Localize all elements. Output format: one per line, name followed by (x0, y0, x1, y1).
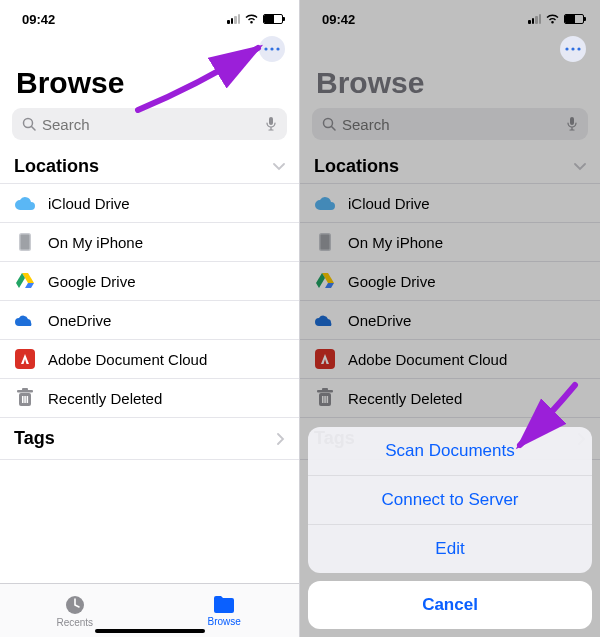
svg-point-18 (577, 47, 580, 50)
row-label: iCloud Drive (348, 195, 430, 212)
action-cancel[interactable]: Cancel (308, 581, 592, 629)
row-label: Adobe Document Cloud (348, 351, 507, 368)
ellipsis-icon (565, 47, 581, 51)
page-title: Browse (300, 66, 600, 108)
battery-icon (564, 14, 584, 24)
location-row-iphone[interactable]: On My iPhone (300, 223, 600, 262)
wifi-icon (244, 14, 259, 25)
device-icon (14, 231, 36, 253)
svg-rect-27 (322, 388, 328, 391)
svg-rect-29 (324, 396, 326, 403)
wifi-icon (545, 14, 560, 25)
onedrive-icon (14, 309, 36, 331)
location-row-icloud[interactable]: iCloud Drive (0, 184, 299, 223)
row-label: iCloud Drive (48, 195, 130, 212)
chevron-right-icon (277, 433, 285, 445)
cloud-icon (314, 192, 336, 214)
status-indicators (528, 14, 584, 25)
location-row-iphone[interactable]: On My iPhone (0, 223, 299, 262)
location-row-gdrive[interactable]: Google Drive (0, 262, 299, 301)
adobe-icon (14, 348, 36, 370)
svg-rect-14 (27, 396, 29, 403)
status-time: 09:42 (322, 12, 355, 27)
action-connect-server[interactable]: Connect to Server (308, 476, 592, 525)
svg-point-2 (276, 47, 279, 50)
svg-rect-23 (321, 235, 330, 250)
gdrive-icon (14, 270, 36, 292)
svg-rect-21 (570, 117, 574, 125)
location-row-trash[interactable]: Recently Deleted (0, 379, 299, 418)
status-time: 09:42 (22, 12, 55, 27)
folder-icon (212, 595, 236, 615)
page-title: Browse (0, 66, 299, 108)
status-bar: 09:42 (0, 0, 299, 32)
action-edit[interactable]: Edit (308, 525, 592, 573)
mic-icon (265, 116, 277, 132)
action-scan-documents[interactable]: Scan Documents (308, 427, 592, 476)
svg-point-0 (264, 47, 267, 50)
location-row-trash[interactable]: Recently Deleted (300, 379, 600, 418)
location-row-onedrive[interactable]: OneDrive (300, 301, 600, 340)
tags-label: Tags (14, 428, 55, 449)
location-row-onedrive[interactable]: OneDrive (0, 301, 299, 340)
svg-point-1 (270, 47, 273, 50)
location-row-adobe[interactable]: Adobe Document Cloud (0, 340, 299, 379)
svg-point-16 (565, 47, 568, 50)
svg-rect-5 (269, 117, 273, 125)
onedrive-icon (314, 309, 336, 331)
row-label: Recently Deleted (48, 390, 162, 407)
location-row-adobe[interactable]: Adobe Document Cloud (300, 340, 600, 379)
row-label: Recently Deleted (348, 390, 462, 407)
row-label: On My iPhone (48, 234, 143, 251)
locations-label: Locations (14, 156, 99, 177)
svg-rect-12 (22, 396, 24, 403)
phone-browse-normal: 09:42 Browse Locations iCloud (0, 0, 300, 637)
row-label: Google Drive (348, 273, 436, 290)
svg-line-20 (332, 127, 336, 131)
trash-icon (14, 387, 36, 409)
locations-header[interactable]: Locations (0, 150, 299, 184)
svg-rect-7 (21, 235, 30, 250)
svg-point-17 (571, 47, 574, 50)
phone-browse-actionsheet: 09:42 Browse Locations iCloud (300, 0, 600, 637)
search-icon (22, 117, 36, 131)
search-field[interactable] (12, 108, 287, 140)
status-bar: 09:42 (300, 0, 600, 32)
gdrive-icon (314, 270, 336, 292)
tab-label: Recents (56, 617, 93, 628)
signal-icon (227, 14, 240, 24)
battery-icon (263, 14, 283, 24)
locations-header[interactable]: Locations (300, 150, 600, 184)
signal-icon (528, 14, 541, 24)
svg-rect-11 (22, 388, 28, 391)
clock-icon (64, 594, 86, 616)
tab-label: Browse (208, 616, 241, 627)
more-button[interactable] (259, 36, 285, 62)
cloud-icon (14, 192, 36, 214)
more-button[interactable] (560, 36, 586, 62)
chevron-down-icon (273, 163, 285, 171)
mic-icon (566, 116, 578, 132)
svg-rect-28 (322, 396, 324, 403)
row-label: Google Drive (48, 273, 136, 290)
row-label: Adobe Document Cloud (48, 351, 207, 368)
svg-line-4 (32, 127, 36, 131)
search-input[interactable] (42, 116, 259, 133)
row-label: OneDrive (348, 312, 411, 329)
svg-rect-30 (327, 396, 329, 403)
location-row-gdrive[interactable]: Google Drive (300, 262, 600, 301)
search-input[interactable] (342, 116, 560, 133)
tags-header[interactable]: Tags (0, 418, 299, 460)
locations-label: Locations (314, 156, 399, 177)
trash-icon (314, 387, 336, 409)
search-icon (322, 117, 336, 131)
home-indicator (95, 629, 205, 633)
action-sheet: Scan Documents Connect to Server Edit Ca… (308, 427, 592, 629)
chevron-down-icon (574, 163, 586, 171)
locations-list: iCloud Drive On My iPhone Google Drive O… (300, 184, 600, 418)
row-label: OneDrive (48, 312, 111, 329)
location-row-icloud[interactable]: iCloud Drive (300, 184, 600, 223)
status-indicators (227, 14, 283, 25)
svg-rect-13 (24, 396, 26, 403)
search-field[interactable] (312, 108, 588, 140)
